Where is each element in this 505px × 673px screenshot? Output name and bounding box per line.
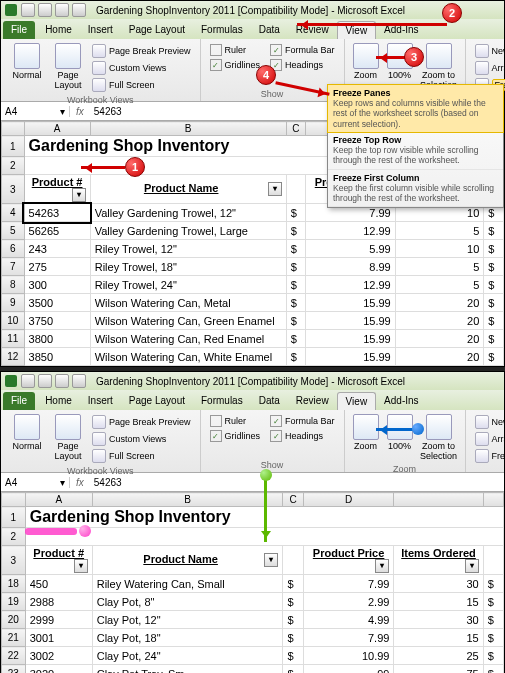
cell-price[interactable]: 10.99 (303, 647, 394, 665)
cell-product-num[interactable]: 56265 (24, 222, 90, 240)
full-screen[interactable]: Full Screen (89, 77, 194, 93)
normal-view-button[interactable]: Normal (5, 41, 49, 95)
cell-product-num[interactable]: 2988 (25, 593, 92, 611)
filter-icon[interactable]: ▾ (375, 559, 389, 573)
cell-price[interactable]: 8.99 (306, 258, 395, 276)
cell-product-num[interactable]: 3500 (24, 294, 90, 312)
cell-product-num[interactable]: 450 (25, 575, 92, 593)
new-window[interactable]: New Window (472, 414, 505, 430)
cell-price[interactable]: 7.99 (303, 575, 394, 593)
header-price[interactable]: Product Price▾ (303, 546, 394, 575)
page-break-preview[interactable]: Page Break Preview (89, 43, 194, 59)
worksheet-bottom[interactable]: ABCD1Gardening Shop Inventory23Product #… (1, 492, 504, 673)
cell-items[interactable]: 25 (394, 647, 483, 665)
cell-product-name[interactable]: Clay Pot, 12" (92, 611, 283, 629)
cell-product-name[interactable]: Clay Pot, 8" (92, 593, 283, 611)
filter-icon[interactable]: ▾ (465, 559, 479, 573)
page-break-preview[interactable]: Page Break Preview (89, 414, 194, 430)
header-items[interactable]: Items Ordered▾ (394, 546, 483, 575)
quick-access-toolbar[interactable] (21, 3, 86, 17)
cell-product-name[interactable]: Riley Trowel, 18" (90, 258, 286, 276)
filter-icon[interactable]: ▾ (74, 559, 88, 573)
cell-items[interactable]: 30 (394, 575, 483, 593)
zoom-selection-button[interactable]: Zoom to Selection (417, 412, 461, 464)
cell-product-num[interactable]: 3850 (24, 348, 90, 366)
freeze-top-row-option[interactable]: Freeze Top RowKeep the top row visible w… (328, 132, 503, 170)
cell-product-num[interactable]: 2999 (25, 611, 92, 629)
formula-value[interactable]: 54263 (90, 106, 126, 117)
tab-insert[interactable]: Insert (80, 392, 121, 410)
tab-review[interactable]: Review (288, 392, 337, 410)
cell-product-name[interactable]: Clay Pot Tray, Sm. (92, 665, 283, 674)
custom-views[interactable]: Custom Views (89, 431, 194, 447)
cell-product-name[interactable]: Valley Gardening Trowel, Large (90, 222, 286, 240)
filter-icon[interactable]: ▾ (264, 553, 278, 567)
cell-price[interactable]: 15.99 (306, 330, 395, 348)
cell-product-num[interactable]: 3020 (25, 665, 92, 674)
ruler-checkbox[interactable]: Ruler (207, 43, 264, 57)
header-product-name[interactable]: Product Name▾ (92, 546, 283, 575)
cell-price[interactable]: 15.99 (306, 294, 395, 312)
fx-icon[interactable]: fx (70, 477, 90, 488)
cell-items[interactable]: 20 (395, 294, 484, 312)
header-product-name[interactable]: Product Name▾ (90, 175, 286, 204)
full-screen[interactable]: Full Screen (89, 448, 194, 464)
tab-page-layout[interactable]: Page Layout (121, 21, 193, 39)
cell-items[interactable]: 30 (394, 611, 483, 629)
quick-access-toolbar[interactable] (21, 374, 86, 388)
cell-price[interactable]: 15.99 (306, 348, 395, 366)
tab-file[interactable]: File (3, 392, 35, 410)
cell-product-name[interactable]: Clay Pot, 18" (92, 629, 283, 647)
zoom-100-button[interactable]: 100% (383, 412, 417, 464)
cell-product-name[interactable]: Riley Trowel, 12" (90, 240, 286, 258)
gridlines-checkbox[interactable]: ✓Gridlines (207, 58, 264, 72)
cell-price[interactable]: 7.99 (303, 629, 394, 647)
arrange-all[interactable]: Arrange All (472, 60, 505, 76)
tab-data[interactable]: Data (251, 392, 288, 410)
tab-page-layout[interactable]: Page Layout (121, 392, 193, 410)
cell-product-num[interactable]: 3002 (25, 647, 92, 665)
header-product-num[interactable]: Product #▾ (24, 175, 90, 204)
cell-items[interactable]: 5 (395, 276, 484, 294)
fx-icon[interactable]: fx (70, 106, 90, 117)
cell-product-num[interactable]: 3800 (24, 330, 90, 348)
cell-product-name[interactable]: Valley Gardening Trowel, 12" (90, 204, 286, 222)
cell-product-name[interactable]: Riley Watering Can, Small (92, 575, 283, 593)
cell-product-name[interactable]: Wilson Watering Can, Metal (90, 294, 286, 312)
cell-price[interactable]: 2.99 (303, 593, 394, 611)
tab-addins[interactable]: Add-Ins (376, 392, 426, 410)
cell-product-name[interactable]: Wilson Watering Can, Red Enamel (90, 330, 286, 348)
cell-price[interactable]: 12.99 (306, 276, 395, 294)
freeze-panes-button[interactable]: Freeze Panes ▾ (472, 448, 505, 464)
filter-icon[interactable]: ▾ (72, 188, 86, 202)
cell-product-name[interactable]: Riley Trowel, 24" (90, 276, 286, 294)
normal-view-button[interactable]: Normal (5, 412, 49, 466)
col-header[interactable]: A (24, 122, 90, 136)
cell-product-num[interactable]: 275 (24, 258, 90, 276)
cell-price[interactable]: 5.99 (306, 240, 395, 258)
tab-home[interactable]: Home (37, 392, 80, 410)
cell-price[interactable]: 4.99 (303, 611, 394, 629)
cell-price[interactable]: 15.99 (306, 312, 395, 330)
col-header[interactable]: B (92, 493, 283, 507)
filter-icon[interactable]: ▾ (268, 182, 282, 196)
cell-product-num[interactable]: 300 (24, 276, 90, 294)
tab-home[interactable]: Home (37, 21, 80, 39)
col-header[interactable]: B (90, 122, 286, 136)
cell-product-num[interactable]: 3001 (25, 629, 92, 647)
page-layout-button[interactable]: Page Layout (49, 412, 87, 466)
cell-items[interactable]: 15 (394, 593, 483, 611)
cell-items[interactable]: 10 (395, 240, 484, 258)
cell-items[interactable]: 20 (395, 312, 484, 330)
tab-insert[interactable]: Insert (80, 21, 121, 39)
name-box[interactable]: A4▾ (1, 477, 70, 488)
tab-file[interactable]: File (3, 21, 35, 39)
arrange-all[interactable]: Arrange All (472, 431, 505, 447)
tab-formulas[interactable]: Formulas (193, 21, 251, 39)
cell-product-name[interactable]: Wilson Watering Can, White Enamel (90, 348, 286, 366)
cell-items[interactable]: 5 (395, 222, 484, 240)
cell-price[interactable]: .99 (303, 665, 394, 674)
tab-view[interactable]: View (337, 392, 377, 410)
cell-items[interactable]: 20 (395, 330, 484, 348)
tab-data[interactable]: Data (251, 21, 288, 39)
